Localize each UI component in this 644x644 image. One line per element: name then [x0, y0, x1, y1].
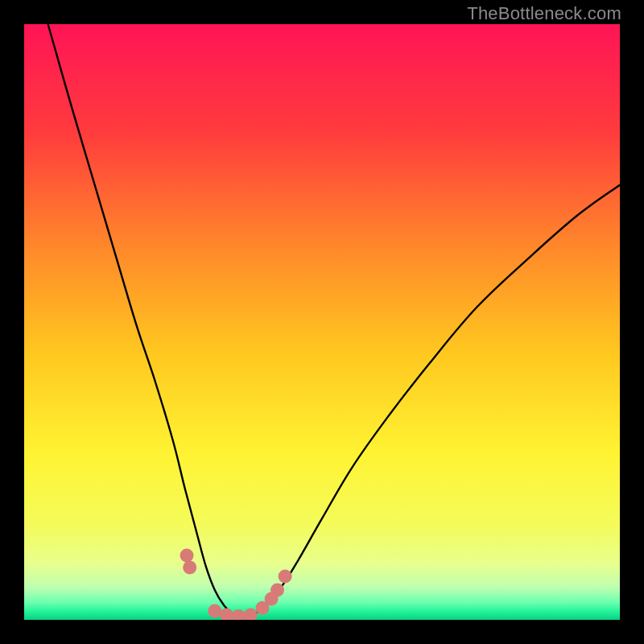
curve-layer — [24, 24, 620, 620]
marker-dot — [183, 560, 196, 574]
marker-dot — [279, 569, 292, 583]
plot-area — [24, 24, 620, 620]
watermark-text: TheBottleneck.com — [467, 3, 621, 24]
curve-right — [245, 185, 620, 618]
curve-markers — [180, 549, 292, 620]
marker-dot — [270, 584, 284, 597]
marker-dot — [208, 604, 221, 617]
marker-dot — [244, 609, 258, 620]
marker-dot — [232, 609, 246, 620]
marker-dot — [220, 609, 233, 620]
marker-dot — [180, 549, 194, 563]
curve-left — [48, 24, 245, 618]
chart-frame: TheBottleneck.com — [0, 0, 644, 644]
